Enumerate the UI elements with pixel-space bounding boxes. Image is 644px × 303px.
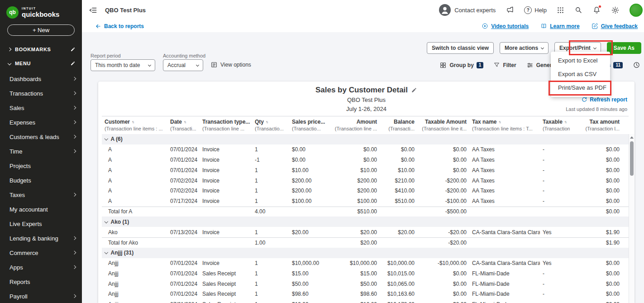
column-header-taxable[interactable]: Taxable↑↓(Transaction li... bbox=[540, 119, 570, 131]
sidebar-section-bookmarks[interactable]: BOOKMARKS bbox=[0, 43, 82, 56]
scrollbar-thumb[interactable] bbox=[630, 141, 634, 176]
column-header-customer[interactable]: Customer↑↓(Transaction line items : ... bbox=[102, 119, 167, 131]
refresh-report-link[interactable]: Refresh report bbox=[581, 96, 627, 103]
cell-tax-amount: $0.00 bbox=[570, 146, 629, 153]
column-header-transaction-type[interactable]: Transaction type...(Transaction line ... bbox=[200, 119, 252, 131]
video-tutorials-link[interactable]: Video tutorials bbox=[482, 23, 529, 29]
menu-item-export-as-csv[interactable]: Export as CSV bbox=[551, 67, 610, 81]
menu-item-print-save-as-pdf[interactable]: Print/Save as PDF bbox=[551, 81, 610, 95]
total-row[interactable]: Total for A4.00$510.00-$500.00$0.00 bbox=[102, 207, 629, 217]
announcements-megaphone-icon[interactable] bbox=[506, 6, 514, 14]
edit-title-pencil-icon[interactable] bbox=[411, 87, 417, 93]
table-row[interactable]: A07/01/2024Invoice1$0.00$0.00$0.00$0.00A… bbox=[102, 144, 629, 155]
sidebar-item-dashboards[interactable]: Dashboards bbox=[0, 72, 82, 86]
sidebar-item-label: Commerce bbox=[10, 250, 73, 256]
back-to-reports-link[interactable]: Back to reports bbox=[95, 23, 144, 29]
cell-taxable: - bbox=[540, 270, 570, 277]
collapse-group-icon[interactable] bbox=[105, 250, 108, 254]
menu-label: MENU bbox=[15, 61, 70, 66]
sidebar-section-menu[interactable]: MENU bbox=[0, 57, 82, 70]
sidebar-item-lending-banking[interactable]: Lending & banking bbox=[0, 231, 82, 245]
contact-experts-button[interactable]: Contact experts bbox=[439, 4, 496, 16]
sidebar-item-time[interactable]: Time bbox=[0, 144, 82, 159]
table-row[interactable]: A07/17/2024Invoice1$100.00$100.00$510.00… bbox=[102, 196, 629, 207]
cell-tax-amount: $0.00 bbox=[570, 291, 629, 297]
quickbooks-logo[interactable]: qb INTUIT quickbooks bbox=[0, 0, 82, 20]
report-company: QBO Test Plus bbox=[98, 96, 634, 103]
sidebar-item-my-accountant[interactable]: My accountant bbox=[0, 202, 82, 216]
sidebar-item-expenses[interactable]: Expenses bbox=[0, 115, 82, 130]
sidebar-item-reports[interactable]: Reports bbox=[0, 274, 82, 289]
table-row[interactable]: A07/02/2024Invoice1$200.00$200.00$210.00… bbox=[102, 175, 629, 186]
edit-bookmarks-pencil-icon[interactable] bbox=[70, 47, 76, 52]
cell-date: 07/17/2024 bbox=[167, 198, 200, 204]
table-row[interactable]: Anjjj07/01/2024Sales Receipt1$10.00$10.0… bbox=[102, 299, 629, 303]
sidebar-item-apps[interactable]: Apps bbox=[0, 260, 82, 274]
column-header-date[interactable]: Date↑↓(Transacti... bbox=[167, 119, 200, 131]
switch-to-classic-view-button[interactable]: Switch to classic view bbox=[427, 42, 494, 54]
table-row[interactable]: A07/02/2024Invoice1$200.00$200.00$410.00… bbox=[102, 186, 629, 196]
menu-item-export-to-excel[interactable]: Export to Excel bbox=[551, 54, 610, 67]
report-period-select[interactable]: This month to date bbox=[91, 59, 155, 71]
column-header-tax-amount[interactable]: Tax amount(Transaction l... bbox=[570, 119, 629, 131]
search-icon[interactable] bbox=[574, 6, 582, 14]
help-label: Help bbox=[534, 7, 547, 14]
column-header-sales-price[interactable]: Sales price...(Transactio... bbox=[289, 119, 329, 131]
new-button[interactable]: + New bbox=[7, 24, 75, 36]
sidebar-item-live-experts[interactable]: Live Experts bbox=[0, 216, 82, 231]
apps-grid-icon[interactable] bbox=[557, 6, 564, 14]
learn-more-label: Learn more bbox=[550, 23, 579, 29]
table-row[interactable]: Ako07/13/2024Invoice1$20.00$20.00$20.00-… bbox=[102, 227, 629, 237]
collapse-group-icon[interactable] bbox=[105, 137, 108, 140]
sidebar-item-payroll[interactable]: Payroll bbox=[0, 289, 82, 303]
filter-funnel-icon bbox=[493, 62, 500, 68]
sidebar-item-label: My accountant bbox=[10, 206, 75, 213]
table-row[interactable]: Anjjj07/01/2024Sales Receipt1$50.00$50.0… bbox=[102, 279, 629, 289]
accounting-method-select[interactable]: Accrual bbox=[163, 59, 203, 71]
notifications-bell-icon[interactable] bbox=[592, 6, 601, 14]
cell-tax-amount: $0.00 bbox=[570, 260, 629, 266]
give-feedback-link[interactable]: Give feedback bbox=[592, 23, 638, 29]
sidebar-item-transactions[interactable]: Transactions bbox=[0, 86, 82, 101]
column-header-qty[interactable]: Qty↑↓(Transactio... bbox=[252, 119, 289, 131]
more-actions-button[interactable]: More actions bbox=[500, 42, 549, 54]
column-header-taxable-amount[interactable]: Taxable Amount(Transaction line it... bbox=[417, 119, 469, 131]
sidebar-item-customers-leads[interactable]: Customers & leads bbox=[0, 130, 82, 144]
cell-taxable-amount: -$20.00 bbox=[417, 240, 469, 246]
group-by-button[interactable]: Group by 1 bbox=[439, 62, 483, 69]
table-row[interactable]: A07/01/2024Invoice1$10.00$10.00$10.00$0.… bbox=[102, 165, 629, 175]
help-button[interactable]: ? Help bbox=[524, 6, 547, 14]
group-row-anjjj-31[interactable]: Anjjj (31) bbox=[102, 248, 629, 258]
group-row-a-6[interactable]: A (6) bbox=[102, 134, 629, 144]
column-header-amount[interactable]: Amount(Transaction line ... bbox=[329, 119, 380, 131]
group-row-ako-1[interactable]: Ako (1) bbox=[102, 216, 629, 227]
scrollbar-up-arrow[interactable] bbox=[629, 134, 634, 140]
cell-sales-price: $0.00 bbox=[289, 146, 329, 153]
filter-button[interactable]: Filter bbox=[493, 62, 516, 68]
collapse-group-icon[interactable] bbox=[105, 219, 108, 223]
table-row[interactable]: Anjjj07/01/2024Sales Receipt1$98.60$98.6… bbox=[102, 289, 629, 299]
auto-refresh-clock-icon[interactable] bbox=[633, 61, 640, 69]
sidebar-item-projects[interactable]: Projects bbox=[0, 159, 82, 173]
table-row[interactable]: Anjjj07/01/2024Invoice1$10,000.00$10,000… bbox=[102, 258, 629, 269]
vertical-scrollbar[interactable] bbox=[629, 134, 634, 303]
sidebar-item-sales[interactable]: Sales bbox=[0, 101, 82, 115]
view-options-button[interactable]: View options bbox=[210, 61, 251, 68]
user-avatar[interactable] bbox=[630, 4, 643, 17]
edit-menu-pencil-icon[interactable] bbox=[70, 61, 76, 66]
sidebar-item-taxes[interactable]: Taxes bbox=[0, 188, 82, 202]
column-header-tax-name[interactable]: Tax name↑↓(Transaction line items : T... bbox=[469, 119, 540, 131]
sidebar-item-commerce[interactable]: Commerce bbox=[0, 245, 82, 260]
column-header-balance[interactable]: Balance(Transacti... bbox=[380, 119, 417, 131]
learn-more-link[interactable]: Learn more bbox=[540, 23, 579, 29]
collapse-sidebar-icon[interactable] bbox=[89, 6, 97, 14]
cell-balance: $10,173.60 bbox=[380, 301, 417, 303]
feedback-pencil-icon bbox=[592, 23, 598, 29]
settings-gear-icon[interactable] bbox=[611, 6, 620, 14]
sidebar-item-budgets[interactable]: Budgets bbox=[0, 173, 82, 188]
table-row[interactable]: Anjjj07/01/2024Sales Receipt1$15.00$15.0… bbox=[102, 268, 629, 279]
table-row[interactable]: A07/01/2024Invoice-1$0.00$0.00$0.00$0.00… bbox=[102, 155, 629, 165]
total-row[interactable]: Total for Ako1.00$20.00-$20.00$1.90 bbox=[102, 237, 629, 248]
sidebar-item-label: Transactions bbox=[10, 90, 73, 97]
save-as-button[interactable]: Save As bbox=[607, 42, 641, 54]
